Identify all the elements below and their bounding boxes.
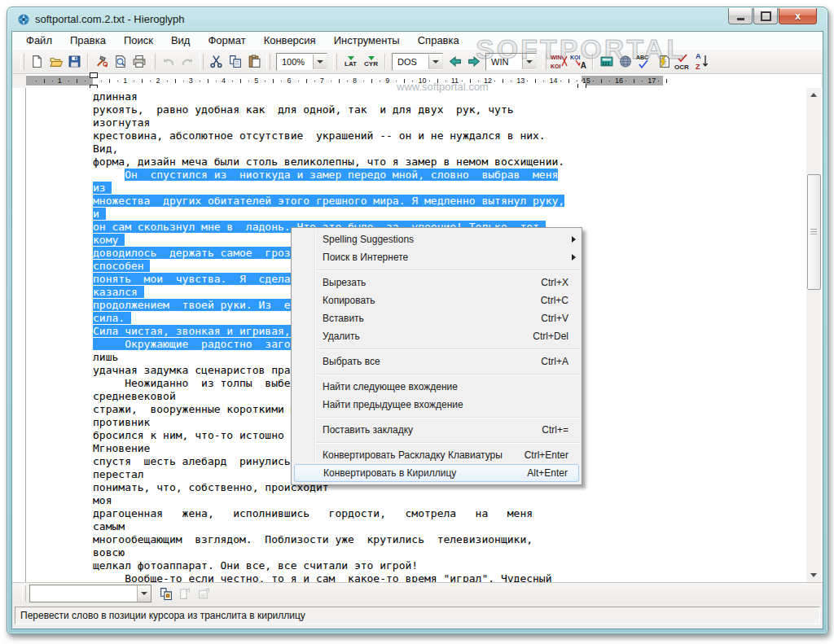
undo-button[interactable]	[159, 53, 178, 71]
toolbar-grip[interactable]	[22, 585, 26, 602]
context-menu-item-2[interactable]: Поиск в Интернете	[292, 248, 582, 266]
context-menu-item-label: Копировать	[323, 295, 375, 306]
toolbar-grip[interactable]	[333, 54, 337, 70]
ruler-tick	[568, 79, 569, 83]
autocorrect-button[interactable]	[654, 53, 673, 71]
dictionary-dropdown-button[interactable]	[137, 585, 151, 602]
print-preview-button[interactable]	[111, 53, 129, 71]
copy-pages-button[interactable]	[156, 585, 175, 602]
close-button[interactable]: x	[779, 8, 817, 24]
context-menu-item-9[interactable]: Выбрать всеCtrl+A	[292, 353, 582, 370]
target-encoding-combobox[interactable]: WIN	[485, 53, 537, 71]
minimize-button[interactable]	[728, 8, 753, 24]
context-menu-item-7[interactable]: УдалитьCtrl+Del	[292, 327, 582, 345]
context-menu-item-11[interactable]: Найти следующее вхождение	[292, 378, 582, 396]
toolbar-grip[interactable]	[542, 54, 546, 70]
zoom-value: 100%	[277, 57, 313, 67]
editor-line: драгоценная жена, исполнившись гордости,…	[26, 507, 806, 520]
ruler-number: 5	[254, 77, 258, 85]
zoom-dropdown-button[interactable]	[313, 55, 327, 69]
maximize-button[interactable]	[753, 8, 778, 24]
save-button[interactable]	[65, 53, 84, 71]
print-button[interactable]	[129, 53, 148, 71]
ruler-tick	[339, 79, 340, 83]
menubar-item-2[interactable]: Правка	[61, 33, 115, 48]
scroll-down-button[interactable]	[806, 568, 821, 582]
tools-button[interactable]	[92, 53, 111, 71]
convert-forward-button[interactable]	[464, 53, 483, 71]
menubar-item-7[interactable]: Инструменты	[325, 33, 409, 48]
scrollbar-thumb[interactable]	[807, 174, 821, 290]
ruler-dot	[150, 81, 151, 81]
convert-to-lat-button[interactable]: LAT	[340, 53, 361, 71]
print-preview-icon	[113, 55, 128, 68]
context-menu-shortcut: Ctrl+V	[541, 309, 568, 327]
cut-button[interactable]	[207, 53, 226, 71]
convert-to-cyr-button[interactable]: CYR	[361, 53, 381, 71]
globe-button[interactable]	[616, 53, 634, 71]
paste-button[interactable]	[244, 53, 263, 71]
context-menu-item-17[interactable]: Конвертировать в КириллицуAlt+Enter	[294, 464, 579, 482]
zoom-combobox[interactable]: 100%	[276, 53, 327, 71]
toolbar-grip[interactable]	[20, 54, 24, 70]
title-bar[interactable]: softportal.com.2.txt - Hieroglyph x	[7, 7, 827, 31]
save-page-icon	[196, 587, 211, 601]
open-file-button[interactable]	[46, 53, 65, 71]
sort-button[interactable]: A Z	[692, 53, 712, 71]
context-menu-item-4[interactable]: ВырезатьCtrl+X	[292, 274, 582, 291]
win-koi-convert-button[interactable]: WIN KOI	[550, 53, 569, 71]
spellcheck-button[interactable]: ABC	[634, 53, 654, 71]
ruler-number: 13	[516, 77, 525, 85]
new-document-button[interactable]	[28, 53, 46, 71]
editor-line: многообещающим взглядом. Поблизости уже …	[26, 533, 806, 546]
menubar-item-8[interactable]: Справка	[409, 33, 468, 48]
toolbar-grip[interactable]	[266, 54, 270, 70]
main-toolbar: 100% LAT CYR DOS	[12, 49, 823, 74]
ruler-number: 14	[550, 77, 558, 85]
ocr-button[interactable]: OCR	[673, 53, 692, 71]
koi-a-convert-button[interactable]: KOI A	[569, 53, 589, 71]
context-menu-item-1[interactable]: Spelling Suggestions	[292, 230, 582, 248]
toolbar-grip[interactable]	[151, 54, 156, 70]
menubar-item-1[interactable]: Файл	[17, 33, 61, 48]
convert-back-button[interactable]	[446, 53, 464, 71]
save-icon	[68, 55, 81, 68]
ruler-dot	[577, 81, 577, 81]
context-menu-item-14[interactable]: Поставить закладкуCtrl+=	[292, 421, 582, 439]
redo-button[interactable]	[178, 53, 196, 71]
context-menu-item-6[interactable]: ВставитьCtrl+V	[292, 309, 582, 327]
ruler-number: 17	[647, 77, 656, 85]
cut-icon	[209, 55, 223, 68]
status-bar: Перевести слово в позиции курсора из тра…	[12, 604, 823, 629]
calculator-button[interactable]	[597, 53, 616, 71]
dictionary-combobox[interactable]	[29, 585, 151, 602]
chevron-down-icon	[526, 60, 533, 64]
scroll-down-icon	[810, 573, 817, 577]
editor-line: вовсю	[26, 546, 806, 559]
menubar-item-6[interactable]: Конверсия	[255, 33, 325, 48]
source-encoding-combobox[interactable]: DOS	[392, 53, 443, 71]
ruler-tick	[44, 79, 45, 83]
first-line-indent-marker[interactable]	[90, 72, 98, 78]
context-menu-item-12[interactable]: Найти предыдущее вхождение	[292, 396, 582, 414]
menubar-item-3[interactable]: Поиск	[115, 33, 162, 48]
vertical-scrollbar[interactable]	[806, 88, 821, 582]
ruler[interactable]: 11234567891011121314151617	[26, 74, 821, 89]
menubar-item-4[interactable]: Вид	[162, 33, 200, 48]
target-encoding-dropdown-button[interactable]	[522, 55, 536, 69]
source-encoding-dropdown-button[interactable]	[428, 55, 442, 69]
context-menu-item-label: Поставить закладку	[323, 424, 413, 436]
toolbar-separator	[592, 54, 594, 70]
scroll-up-button[interactable]	[806, 88, 821, 102]
editor-line: самым	[26, 520, 806, 533]
context-menu-item-16[interactable]: Конвертировать Раскладку КлавиатурыCtrl+…	[292, 446, 582, 464]
menubar-item-5[interactable]: Формат	[199, 33, 254, 48]
context-menu-item-5[interactable]: КопироватьCtrl+C	[292, 291, 582, 309]
page-forward-button[interactable]	[175, 585, 194, 602]
save-page-button[interactable]	[194, 585, 213, 602]
copy-button[interactable]	[226, 53, 244, 71]
ruler-tick	[175, 79, 176, 83]
toolbar-grip[interactable]	[200, 54, 204, 70]
source-encoding-value: DOS	[393, 57, 428, 67]
close-icon: x	[795, 9, 801, 23]
